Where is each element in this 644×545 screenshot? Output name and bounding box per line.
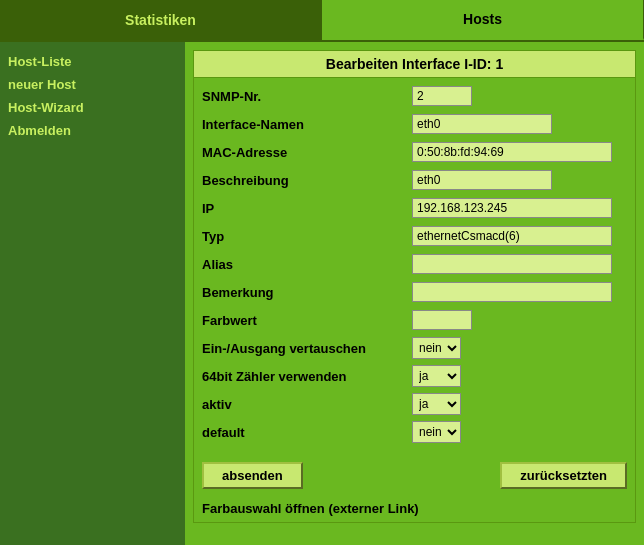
select-einausgang[interactable]: nein ja	[412, 337, 461, 359]
value-aktiv: ja nein	[412, 393, 627, 415]
row-bemerkung: Bemerkung	[202, 280, 627, 304]
row-typ: Typ	[202, 224, 627, 248]
value-einausgang: nein ja	[412, 337, 627, 359]
row-snmp: SNMP-Nr.	[202, 84, 627, 108]
content-area: Bearbeiten Interface I-ID: 1 SNMP-Nr. I	[185, 42, 644, 545]
sidebar-item-abmelden[interactable]: Abmelden	[8, 121, 177, 140]
select-aktiv[interactable]: ja nein	[412, 393, 461, 415]
row-beschreibung: Beschreibung	[202, 168, 627, 192]
form-container: Bearbeiten Interface I-ID: 1 SNMP-Nr. I	[193, 50, 636, 523]
label-ip: IP	[202, 201, 412, 216]
submit-button[interactable]: absenden	[202, 462, 303, 489]
label-default: default	[202, 425, 412, 440]
row-einausgang: Ein-/Ausgang vertauschen nein ja	[202, 336, 627, 360]
form-title: Bearbeiten Interface I-ID: 1	[194, 51, 635, 78]
sidebar-item-host-wizard[interactable]: Host-Wizard	[8, 98, 177, 117]
value-default: nein ja	[412, 421, 627, 443]
sidebar: Host-Liste neuer Host Host-Wizard Abmeld…	[0, 42, 185, 545]
label-bit64: 64bit Zähler verwenden	[202, 369, 412, 384]
input-mac[interactable]	[412, 142, 612, 162]
input-alias[interactable]	[412, 254, 612, 274]
label-bemerkung: Bemerkung	[202, 285, 412, 300]
row-default: default nein ja	[202, 420, 627, 444]
tab-hosts[interactable]: Hosts	[322, 0, 644, 40]
label-interface: Interface-Namen	[202, 117, 412, 132]
value-beschreibung	[412, 170, 627, 190]
value-snmp	[412, 86, 627, 106]
button-row: absenden zurücksetzten	[194, 454, 635, 497]
row-farbwert: Farbwert	[202, 308, 627, 332]
select-bit64[interactable]: ja nein	[412, 365, 461, 387]
label-mac: MAC-Adresse	[202, 145, 412, 160]
select-default[interactable]: nein ja	[412, 421, 461, 443]
reset-button[interactable]: zurücksetzten	[500, 462, 627, 489]
row-mac: MAC-Adresse	[202, 140, 627, 164]
label-beschreibung: Beschreibung	[202, 173, 412, 188]
row-bit64: 64bit Zähler verwenden ja nein	[202, 364, 627, 388]
label-farbwert: Farbwert	[202, 313, 412, 328]
label-aktiv: aktiv	[202, 397, 412, 412]
footer-link[interactable]: Farbauswahl öffnen (externer Link)	[194, 497, 635, 522]
input-interface[interactable]	[412, 114, 552, 134]
row-ip: IP	[202, 196, 627, 220]
label-snmp: SNMP-Nr.	[202, 89, 412, 104]
input-typ[interactable]	[412, 226, 612, 246]
input-beschreibung[interactable]	[412, 170, 552, 190]
row-alias: Alias	[202, 252, 627, 276]
label-alias: Alias	[202, 257, 412, 272]
tab-bar: Statistiken Hosts	[0, 0, 644, 42]
value-interface	[412, 114, 627, 134]
input-ip[interactable]	[412, 198, 612, 218]
value-bemerkung	[412, 282, 627, 302]
main-layout: Host-Liste neuer Host Host-Wizard Abmeld…	[0, 42, 644, 545]
value-mac	[412, 142, 627, 162]
tab-statistiken[interactable]: Statistiken	[0, 0, 322, 40]
value-ip	[412, 198, 627, 218]
sidebar-item-host-liste[interactable]: Host-Liste	[8, 52, 177, 71]
value-farbwert	[412, 310, 627, 330]
value-bit64: ja nein	[412, 365, 627, 387]
input-bemerkung[interactable]	[412, 282, 612, 302]
label-typ: Typ	[202, 229, 412, 244]
value-typ	[412, 226, 627, 246]
row-interface: Interface-Namen	[202, 112, 627, 136]
value-alias	[412, 254, 627, 274]
sidebar-item-neuer-host[interactable]: neuer Host	[8, 75, 177, 94]
form-body: SNMP-Nr. Interface-Namen	[194, 78, 635, 454]
row-aktiv: aktiv ja nein	[202, 392, 627, 416]
input-snmp[interactable]	[412, 86, 472, 106]
input-farbwert[interactable]	[412, 310, 472, 330]
label-einausgang: Ein-/Ausgang vertauschen	[202, 341, 412, 356]
